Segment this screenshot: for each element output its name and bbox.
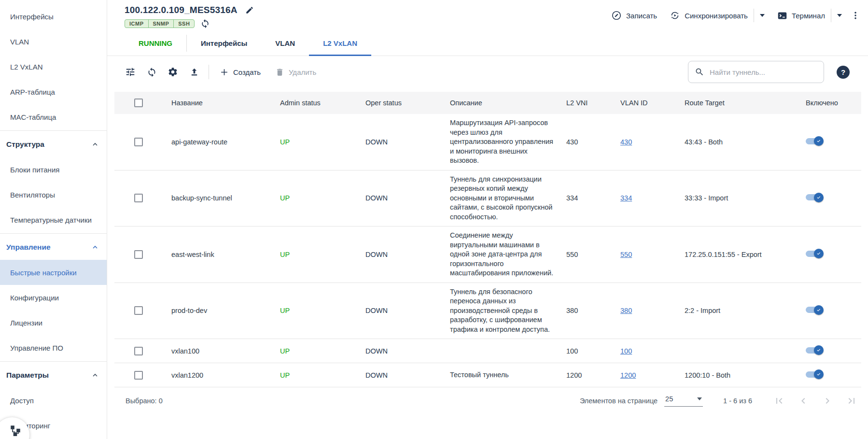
- sidebar-section-structure[interactable]: Структура: [0, 132, 107, 157]
- app-window: Интерфейсы VLAN L2 VxLAN ARP-таблица MAC…: [0, 0, 868, 439]
- terminal-button[interactable]: Терминал: [777, 11, 825, 21]
- table-row: backup-sync-tunnel UP DOWN Туннель для с…: [114, 170, 861, 227]
- select-all-checkbox[interactable]: [134, 99, 143, 107]
- write-button[interactable]: Записать: [611, 10, 657, 21]
- oper-status: DOWN: [365, 371, 450, 379]
- vlan-id-link[interactable]: 100: [620, 347, 632, 355]
- row-checkbox[interactable]: [134, 138, 143, 146]
- sidebar-item-fans[interactable]: Вентиляторы: [0, 182, 107, 207]
- trash-icon: [275, 68, 284, 77]
- enabled-toggle[interactable]: [806, 369, 824, 379]
- tunnel-description: Туннель для синхронизации резервных копи…: [450, 175, 566, 222]
- vlan-id-link[interactable]: 550: [620, 251, 632, 258]
- row-checkbox[interactable]: [134, 306, 143, 315]
- more-menu-button[interactable]: [851, 10, 860, 21]
- last-page-icon: [846, 395, 857, 407]
- check-icon: [816, 307, 822, 313]
- section-title: Управление: [6, 243, 51, 252]
- admin-status: UP: [280, 371, 365, 379]
- help-button[interactable]: ?: [837, 66, 850, 79]
- export-button[interactable]: [183, 62, 205, 82]
- sidebar-item-l2vxlan[interactable]: L2 VxLAN: [0, 54, 107, 79]
- pagination: [773, 395, 857, 407]
- sidebar-item-software-management[interactable]: Управление ПО: [0, 335, 107, 360]
- vlan-id-link[interactable]: 1200: [620, 371, 636, 379]
- table-row: vxlan1200 UP DOWN Тестовый туннель 1200 …: [114, 363, 861, 387]
- col-vlan-id: VLAN ID: [620, 99, 685, 107]
- badge-snmp: SNMP: [149, 20, 174, 28]
- next-page-button[interactable]: [822, 395, 833, 407]
- tab-interfaces[interactable]: Интерфейсы: [187, 31, 261, 56]
- edit-title-icon[interactable]: [245, 6, 254, 14]
- sidebar-item-temperature-sensors[interactable]: Температурные датчики: [0, 207, 107, 232]
- create-button[interactable]: Создать: [220, 68, 261, 77]
- create-label: Создать: [233, 68, 261, 76]
- table-row: api-gateway-route UP DOWN Маршрутизация …: [114, 114, 861, 170]
- terminal-label: Терминал: [792, 12, 825, 20]
- vlan-id-link[interactable]: 430: [620, 138, 632, 146]
- question-mark-icon: ?: [841, 68, 845, 76]
- row-checkbox[interactable]: [134, 371, 143, 380]
- tab-running[interactable]: RUNNING: [125, 31, 186, 56]
- sidebar-item-label: Быстрые настройки: [10, 269, 77, 277]
- refresh-table-button[interactable]: [141, 62, 162, 82]
- table-row: prod-to-dev UP DOWN Туннель для безопасн…: [114, 283, 861, 340]
- sync-dropdown-caret[interactable]: [760, 14, 765, 17]
- per-page-select[interactable]: 25: [664, 395, 703, 407]
- settings-button[interactable]: [162, 62, 183, 82]
- first-page-button[interactable]: [773, 395, 785, 407]
- sidebar-section-management[interactable]: Управление: [0, 235, 107, 260]
- admin-status: UP: [280, 194, 365, 202]
- filter-button[interactable]: [120, 62, 141, 82]
- tunnel-description: Соединение между виртуальными машинами в…: [450, 231, 566, 278]
- l2-vni-value: 1200: [566, 371, 620, 379]
- tunnel-description: Тестовый туннель: [450, 370, 566, 380]
- tunnel-name: vxlan100: [171, 347, 280, 355]
- prev-page-button[interactable]: [798, 395, 809, 407]
- selected-count: Выбрано: 0: [126, 397, 163, 405]
- divider: [831, 9, 831, 22]
- sidebar-item-mac-table[interactable]: MAC-таблица: [0, 104, 107, 129]
- divider: [754, 9, 754, 22]
- row-checkbox[interactable]: [134, 194, 143, 202]
- chevron-up-icon: [91, 371, 99, 379]
- vlan-id-link[interactable]: 380: [620, 307, 632, 314]
- tab-vlan[interactable]: VLAN: [261, 31, 309, 56]
- table-footer: Выбрано: 0 Элементов на странице 25 1 - …: [107, 387, 868, 414]
- terminal-icon: [777, 11, 787, 21]
- enabled-toggle[interactable]: [806, 136, 824, 146]
- enabled-toggle[interactable]: [806, 249, 824, 258]
- enabled-toggle[interactable]: [806, 193, 824, 202]
- table-row: vxlan100 UP DOWN 100 100: [114, 339, 861, 363]
- sidebar-item-label: Интерфейсы: [10, 13, 54, 21]
- sidebar-item-label: Температурные датчики: [10, 216, 92, 224]
- sidebar-item-quick-settings[interactable]: Быстрые настройки: [0, 260, 107, 285]
- row-checkbox[interactable]: [134, 250, 143, 259]
- sidebar-item-label: MAC-таблица: [10, 113, 56, 121]
- tab-label: VLAN: [275, 39, 295, 47]
- sidebar-item-licenses[interactable]: Лицензии: [0, 310, 107, 335]
- last-page-button[interactable]: [846, 395, 857, 407]
- sidebar-item-configurations[interactable]: Конфигурации: [0, 285, 107, 310]
- enabled-toggle[interactable]: [806, 345, 824, 355]
- sidebar-section-parameters[interactable]: Параметры: [0, 363, 107, 388]
- vlan-id-link[interactable]: 334: [620, 194, 632, 202]
- refresh-status-icon[interactable]: [200, 19, 210, 28]
- tunnel-name: prod-to-dev: [171, 307, 280, 314]
- sidebar-item-arp-table[interactable]: ARP-таблица: [0, 79, 107, 104]
- sidebar-item-vlan[interactable]: VLAN: [0, 29, 107, 54]
- chevron-left-icon: [798, 395, 809, 407]
- sidebar-item-power-supplies[interactable]: Блоки питания: [0, 157, 107, 182]
- sidebar-item-interfaces[interactable]: Интерфейсы: [0, 4, 107, 29]
- chevron-right-icon: [822, 395, 833, 407]
- page-header: 100.122.0.109_MES5316A ICMP SNMP SSH Зап…: [107, 0, 868, 31]
- delete-button[interactable]: Удалить: [275, 68, 316, 77]
- sync-button[interactable]: Синхронизировать: [670, 10, 748, 21]
- search-box: [688, 61, 824, 83]
- terminal-dropdown-caret[interactable]: [837, 14, 842, 17]
- tab-l2vxlan[interactable]: L2 VxLAN: [309, 31, 371, 56]
- sidebar-item-access[interactable]: Доступ: [0, 388, 107, 413]
- enabled-toggle[interactable]: [806, 305, 824, 315]
- search-input[interactable]: [710, 68, 817, 76]
- row-checkbox[interactable]: [134, 347, 143, 355]
